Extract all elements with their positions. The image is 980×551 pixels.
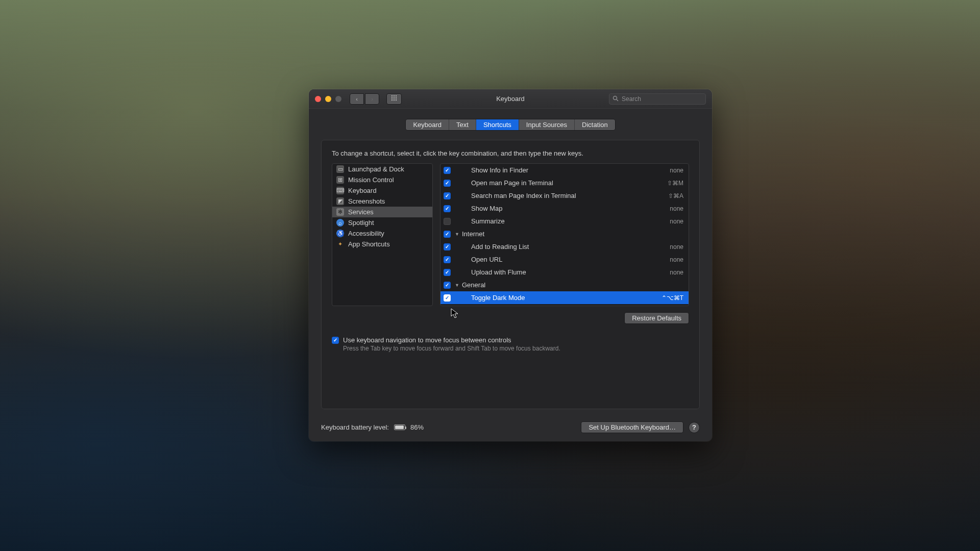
shortcut-row[interactable]: ✓ Open man Page in Terminal ⇧⌘M bbox=[440, 177, 689, 189]
shortcut-row[interactable]: Summarize none bbox=[440, 215, 689, 228]
shortcut-key: ⇧⌘A bbox=[668, 192, 683, 199]
checkbox[interactable]: ✓ bbox=[444, 167, 451, 174]
shortcut-row[interactable]: ✓ Search man Page Index in Terminal ⇧⌘A bbox=[440, 189, 689, 202]
svg-point-2 bbox=[396, 95, 397, 96]
shortcut-group[interactable]: ✓ ▼ Internet bbox=[440, 228, 689, 240]
forward-button[interactable]: › bbox=[365, 93, 379, 105]
split-view: ▭ Launchpad & Dock ⊞ Mission Control ⌨ K… bbox=[332, 163, 689, 306]
search-input[interactable] bbox=[622, 95, 702, 103]
shortcut-label: Open man Page in Terminal bbox=[471, 179, 667, 187]
svg-point-7 bbox=[394, 99, 395, 101]
svg-point-5 bbox=[396, 97, 397, 98]
checkbox[interactable]: ✓ bbox=[332, 337, 339, 344]
shortcut-label: Search man Page Index in Terminal bbox=[471, 192, 668, 199]
traffic-lights bbox=[315, 96, 341, 102]
titlebar: ‹ › Keyboard bbox=[309, 89, 712, 109]
back-button[interactable]: ‹ bbox=[350, 93, 364, 105]
shortcut-group[interactable]: ✓ ▼ General bbox=[440, 279, 689, 291]
checkbox[interactable]: ✓ bbox=[444, 243, 451, 251]
shortcut-key: none bbox=[670, 243, 683, 251]
battery-percentage: 86% bbox=[410, 423, 424, 431]
svg-point-9 bbox=[614, 96, 617, 99]
keyboard-nav-checkbox-row: ✓ Use keyboard navigation to move focus … bbox=[332, 336, 689, 344]
accessibility-icon: ♿ bbox=[336, 230, 344, 237]
checkbox[interactable]: ✓ bbox=[444, 256, 451, 263]
sidebar-item-accessibility[interactable]: ♿ Accessibility bbox=[332, 228, 432, 239]
zoom-icon bbox=[335, 96, 341, 102]
checkbox[interactable]: ✓ bbox=[444, 282, 451, 289]
screenshot-icon: ◩ bbox=[336, 197, 344, 205]
help-button[interactable]: ? bbox=[689, 422, 700, 433]
tab-dictation[interactable]: Dictation bbox=[575, 119, 615, 130]
checkbox[interactable] bbox=[444, 218, 451, 225]
sidebar-item-label: Services bbox=[348, 208, 374, 216]
sidebar-item-label: Keyboard bbox=[348, 187, 377, 194]
tab-input-sources[interactable]: Input Sources bbox=[519, 119, 575, 130]
category-sidebar: ▭ Launchpad & Dock ⊞ Mission Control ⌨ K… bbox=[332, 163, 433, 306]
keyboard-nav-label: Use keyboard navigation to move focus be… bbox=[343, 336, 511, 344]
bluetooth-keyboard-button[interactable]: Set Up Bluetooth Keyboard… bbox=[581, 421, 683, 433]
shortcuts-panel: To change a shortcut, select it, click t… bbox=[321, 140, 700, 409]
sidebar-item-launchpad[interactable]: ▭ Launchpad & Dock bbox=[332, 164, 432, 174]
svg-line-10 bbox=[617, 99, 618, 101]
sidebar-item-label: App Shortcuts bbox=[348, 240, 390, 248]
tab-shortcuts[interactable]: Shortcuts bbox=[476, 119, 519, 130]
shortcut-key: ⌃⌥⌘T bbox=[662, 294, 683, 302]
shortcut-key: none bbox=[670, 256, 683, 263]
svg-point-8 bbox=[396, 99, 397, 101]
sidebar-item-mission-control[interactable]: ⊞ Mission Control bbox=[332, 174, 432, 185]
sidebar-item-keyboard[interactable]: ⌨ Keyboard bbox=[332, 185, 432, 196]
instruction-text: To change a shortcut, select it, click t… bbox=[332, 149, 689, 157]
shortcut-key: ⇧⌘M bbox=[667, 180, 683, 187]
battery-label: Keyboard battery level: bbox=[321, 423, 389, 431]
shortcut-row[interactable]: ✓ Upload with Flume none bbox=[440, 266, 689, 279]
shortcut-row[interactable]: ✓ Add to Reading List none bbox=[440, 240, 689, 253]
checkbox[interactable]: ✓ bbox=[444, 192, 451, 199]
shortcut-list[interactable]: ✓ Show Info in Finder none ✓ Open man Pa… bbox=[440, 163, 689, 306]
sidebar-item-app-shortcuts[interactable]: ✦ App Shortcuts bbox=[332, 239, 432, 249]
shortcut-row[interactable]: ✓ Show Map none bbox=[440, 202, 689, 215]
shortcut-label: Summarize bbox=[471, 217, 670, 225]
search-icon bbox=[612, 95, 619, 103]
disclosure-triangle-icon[interactable]: ▼ bbox=[455, 283, 460, 288]
sidebar-item-spotlight[interactable]: ⌕ Spotlight bbox=[332, 217, 432, 228]
group-label: Internet bbox=[462, 230, 683, 238]
svg-point-3 bbox=[391, 97, 393, 98]
shortcut-label: Show Map bbox=[471, 205, 670, 212]
checkbox[interactable]: ✓ bbox=[444, 205, 451, 212]
spotlight-icon: ⌕ bbox=[336, 219, 344, 227]
sidebar-item-services[interactable]: ✻ Services bbox=[332, 207, 432, 217]
search-field[interactable] bbox=[609, 93, 706, 105]
sidebar-item-label: Screenshots bbox=[348, 197, 385, 205]
shortcut-row[interactable]: ✓ Show Info in Finder none bbox=[440, 164, 689, 177]
tab-text[interactable]: Text bbox=[449, 119, 476, 130]
checkbox[interactable]: ✓ bbox=[444, 294, 451, 302]
tab-keyboard[interactable]: Keyboard bbox=[406, 119, 449, 130]
shortcut-label: Upload with Flume bbox=[471, 268, 670, 276]
nav-buttons: ‹ › bbox=[350, 93, 379, 105]
footer: Keyboard battery level: 86% Set Up Bluet… bbox=[309, 416, 712, 441]
tab-bar: Keyboard Text Shortcuts Input Sources Di… bbox=[321, 119, 700, 131]
svg-point-4 bbox=[394, 97, 395, 98]
restore-defaults-button[interactable]: Restore Defaults bbox=[624, 312, 689, 324]
minimize-icon[interactable] bbox=[325, 96, 331, 102]
shortcut-key: none bbox=[670, 167, 683, 174]
keyboard-nav-sublabel: Press the Tab key to move focus forward … bbox=[343, 345, 689, 352]
app-shortcuts-icon: ✦ bbox=[336, 240, 344, 248]
shortcut-row[interactable]: ✓ Open URL none bbox=[440, 253, 689, 266]
preferences-window: ‹ › Keyboard Keyboard Text Shortcuts Inp… bbox=[309, 89, 712, 441]
checkbox[interactable]: ✓ bbox=[444, 180, 451, 187]
disclosure-triangle-icon[interactable]: ▼ bbox=[455, 232, 460, 237]
show-all-button[interactable] bbox=[386, 93, 402, 105]
sidebar-item-screenshots[interactable]: ◩ Screenshots bbox=[332, 196, 432, 207]
checkbox[interactable]: ✓ bbox=[444, 231, 451, 238]
shortcut-row[interactable]: ✓ Toggle Dark Mode ⌃⌥⌘T bbox=[440, 291, 689, 304]
shortcut-key: none bbox=[670, 269, 683, 276]
checkbox[interactable]: ✓ bbox=[444, 269, 451, 276]
launchpad-icon: ▭ bbox=[336, 165, 344, 173]
sidebar-item-label: Accessibility bbox=[348, 230, 384, 237]
close-icon[interactable] bbox=[315, 96, 321, 102]
sidebar-item-label: Mission Control bbox=[348, 176, 394, 184]
shortcut-label: Toggle Dark Mode bbox=[471, 294, 662, 302]
shortcut-label: Show Info in Finder bbox=[471, 166, 670, 174]
